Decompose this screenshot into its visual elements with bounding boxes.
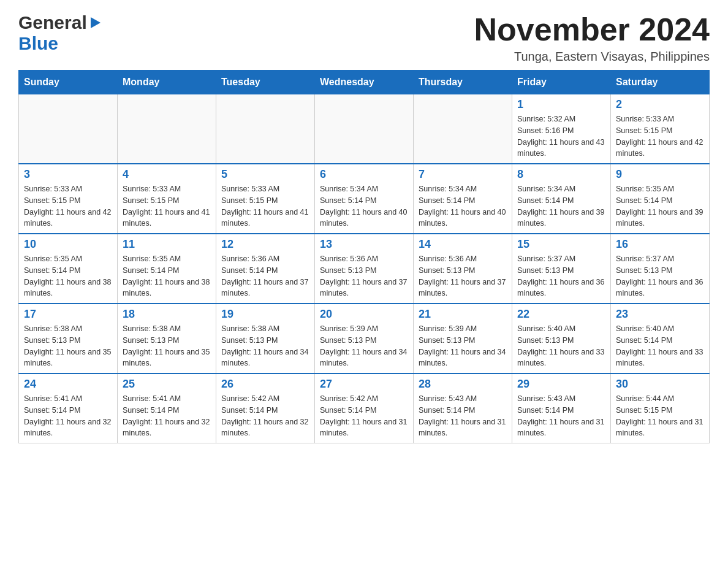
- day-number: 16: [616, 238, 704, 251]
- day-info: Sunrise: 5:34 AMSunset: 5:14 PMDaylight:…: [419, 183, 507, 229]
- calendar-day-cell: 22Sunrise: 5:40 AMSunset: 5:13 PMDayligh…: [512, 304, 611, 373]
- day-number: 14: [419, 238, 507, 251]
- calendar-week-row: 24Sunrise: 5:41 AMSunset: 5:14 PMDayligh…: [19, 373, 710, 443]
- day-number: 24: [24, 378, 112, 391]
- day-number: 18: [123, 308, 211, 321]
- calendar-week-row: 10Sunrise: 5:35 AMSunset: 5:14 PMDayligh…: [19, 234, 710, 304]
- calendar-day-cell: 18Sunrise: 5:38 AMSunset: 5:13 PMDayligh…: [118, 304, 216, 373]
- day-number: 15: [517, 238, 605, 251]
- calendar-day-cell: 14Sunrise: 5:36 AMSunset: 5:13 PMDayligh…: [414, 234, 512, 304]
- svg-marker-0: [91, 17, 100, 28]
- calendar-day-cell: 24Sunrise: 5:41 AMSunset: 5:14 PMDayligh…: [19, 373, 118, 443]
- calendar-week-row: 17Sunrise: 5:38 AMSunset: 5:13 PMDayligh…: [19, 304, 710, 373]
- day-info: Sunrise: 5:38 AMSunset: 5:13 PMDaylight:…: [24, 323, 112, 369]
- calendar-day-cell: 10Sunrise: 5:35 AMSunset: 5:14 PMDayligh…: [19, 234, 118, 304]
- day-number: 27: [320, 378, 408, 391]
- day-info: Sunrise: 5:39 AMSunset: 5:13 PMDaylight:…: [419, 323, 507, 369]
- day-info: Sunrise: 5:42 AMSunset: 5:14 PMDaylight:…: [320, 393, 408, 439]
- day-info: Sunrise: 5:43 AMSunset: 5:14 PMDaylight:…: [419, 393, 507, 439]
- day-info: Sunrise: 5:38 AMSunset: 5:13 PMDaylight:…: [123, 323, 211, 369]
- calendar-day-cell: 20Sunrise: 5:39 AMSunset: 5:13 PMDayligh…: [315, 304, 414, 373]
- title-area: November 2024 Tunga, Eastern Visayas, Ph…: [474, 12, 710, 64]
- calendar-day-cell: 28Sunrise: 5:43 AMSunset: 5:14 PMDayligh…: [414, 373, 512, 443]
- calendar-week-row: 1Sunrise: 5:32 AMSunset: 5:16 PMDaylight…: [19, 94, 710, 164]
- logo-blue-text: Blue: [18, 33, 58, 54]
- logo-general-text: General: [18, 12, 87, 33]
- day-info: Sunrise: 5:33 AMSunset: 5:15 PMDaylight:…: [221, 183, 309, 229]
- logo: General Blue: [18, 12, 103, 54]
- day-info: Sunrise: 5:36 AMSunset: 5:14 PMDaylight:…: [221, 253, 309, 299]
- day-number: 3: [24, 168, 112, 181]
- day-info: Sunrise: 5:32 AMSunset: 5:16 PMDaylight:…: [517, 113, 605, 159]
- calendar-day-cell: 16Sunrise: 5:37 AMSunset: 5:13 PMDayligh…: [611, 234, 710, 304]
- day-number: 7: [419, 168, 507, 181]
- calendar-day-cell: 23Sunrise: 5:40 AMSunset: 5:14 PMDayligh…: [611, 304, 710, 373]
- calendar-day-cell: 7Sunrise: 5:34 AMSunset: 5:14 PMDaylight…: [414, 164, 512, 234]
- day-number: 5: [221, 168, 309, 181]
- calendar-day-cell: 3Sunrise: 5:33 AMSunset: 5:15 PMDaylight…: [19, 164, 118, 234]
- day-number: 20: [320, 308, 408, 321]
- calendar-day-cell: 29Sunrise: 5:43 AMSunset: 5:14 PMDayligh…: [512, 373, 611, 443]
- day-info: Sunrise: 5:34 AMSunset: 5:14 PMDaylight:…: [320, 183, 408, 229]
- calendar-day-cell: 6Sunrise: 5:34 AMSunset: 5:14 PMDaylight…: [315, 164, 414, 234]
- day-number: 10: [24, 238, 112, 251]
- day-number: 28: [419, 378, 507, 391]
- calendar-day-cell: 12Sunrise: 5:36 AMSunset: 5:14 PMDayligh…: [216, 234, 315, 304]
- header-thursday: Thursday: [414, 71, 512, 94]
- day-info: Sunrise: 5:40 AMSunset: 5:14 PMDaylight:…: [616, 323, 704, 369]
- day-info: Sunrise: 5:43 AMSunset: 5:14 PMDaylight:…: [517, 393, 605, 439]
- day-number: 4: [123, 168, 211, 181]
- day-number: 12: [221, 238, 309, 251]
- day-number: 25: [123, 378, 211, 391]
- day-number: 19: [221, 308, 309, 321]
- day-number: 6: [320, 168, 408, 181]
- header-friday: Friday: [512, 71, 611, 94]
- day-number: 29: [517, 378, 605, 391]
- calendar-day-cell: 8Sunrise: 5:34 AMSunset: 5:14 PMDaylight…: [512, 164, 611, 234]
- month-title: November 2024: [474, 12, 710, 47]
- day-info: Sunrise: 5:36 AMSunset: 5:13 PMDaylight:…: [419, 253, 507, 299]
- day-info: Sunrise: 5:39 AMSunset: 5:13 PMDaylight:…: [320, 323, 408, 369]
- day-info: Sunrise: 5:41 AMSunset: 5:14 PMDaylight:…: [24, 393, 112, 439]
- calendar-day-cell: 4Sunrise: 5:33 AMSunset: 5:15 PMDaylight…: [118, 164, 216, 234]
- day-info: Sunrise: 5:44 AMSunset: 5:15 PMDaylight:…: [616, 393, 704, 439]
- calendar-day-cell: [118, 94, 216, 164]
- page-header: General Blue November 2024 Tunga, Easter…: [18, 12, 710, 64]
- calendar-day-cell: [19, 94, 118, 164]
- calendar-day-cell: 25Sunrise: 5:41 AMSunset: 5:14 PMDayligh…: [118, 373, 216, 443]
- day-info: Sunrise: 5:41 AMSunset: 5:14 PMDaylight:…: [123, 393, 211, 439]
- location-subtitle: Tunga, Eastern Visayas, Philippines: [474, 50, 710, 64]
- header-sunday: Sunday: [19, 71, 118, 94]
- calendar-week-row: 3Sunrise: 5:33 AMSunset: 5:15 PMDaylight…: [19, 164, 710, 234]
- calendar-day-cell: 30Sunrise: 5:44 AMSunset: 5:15 PMDayligh…: [611, 373, 710, 443]
- day-info: Sunrise: 5:33 AMSunset: 5:15 PMDaylight:…: [616, 113, 704, 159]
- day-number: 13: [320, 238, 408, 251]
- calendar-day-cell: 13Sunrise: 5:36 AMSunset: 5:13 PMDayligh…: [315, 234, 414, 304]
- day-number: 23: [616, 308, 704, 321]
- weekday-header-row: Sunday Monday Tuesday Wednesday Thursday…: [19, 71, 710, 94]
- calendar-day-cell: [414, 94, 512, 164]
- day-info: Sunrise: 5:33 AMSunset: 5:15 PMDaylight:…: [24, 183, 112, 229]
- day-info: Sunrise: 5:33 AMSunset: 5:15 PMDaylight:…: [123, 183, 211, 229]
- calendar-day-cell: 5Sunrise: 5:33 AMSunset: 5:15 PMDaylight…: [216, 164, 315, 234]
- day-info: Sunrise: 5:40 AMSunset: 5:13 PMDaylight:…: [517, 323, 605, 369]
- header-saturday: Saturday: [611, 71, 710, 94]
- calendar-day-cell: 9Sunrise: 5:35 AMSunset: 5:14 PMDaylight…: [611, 164, 710, 234]
- day-info: Sunrise: 5:37 AMSunset: 5:13 PMDaylight:…: [616, 253, 704, 299]
- calendar-day-cell: 27Sunrise: 5:42 AMSunset: 5:14 PMDayligh…: [315, 373, 414, 443]
- calendar-day-cell: 1Sunrise: 5:32 AMSunset: 5:16 PMDaylight…: [512, 94, 611, 164]
- day-info: Sunrise: 5:35 AMSunset: 5:14 PMDaylight:…: [616, 183, 704, 229]
- header-tuesday: Tuesday: [216, 71, 315, 94]
- day-number: 26: [221, 378, 309, 391]
- day-number: 17: [24, 308, 112, 321]
- header-wednesday: Wednesday: [315, 71, 414, 94]
- day-number: 9: [616, 168, 704, 181]
- day-number: 11: [123, 238, 211, 251]
- day-info: Sunrise: 5:42 AMSunset: 5:14 PMDaylight:…: [221, 393, 309, 439]
- calendar-day-cell: [216, 94, 315, 164]
- day-number: 8: [517, 168, 605, 181]
- day-info: Sunrise: 5:38 AMSunset: 5:13 PMDaylight:…: [221, 323, 309, 369]
- day-number: 2: [616, 98, 704, 111]
- calendar-day-cell: 19Sunrise: 5:38 AMSunset: 5:13 PMDayligh…: [216, 304, 315, 373]
- calendar-day-cell: [315, 94, 414, 164]
